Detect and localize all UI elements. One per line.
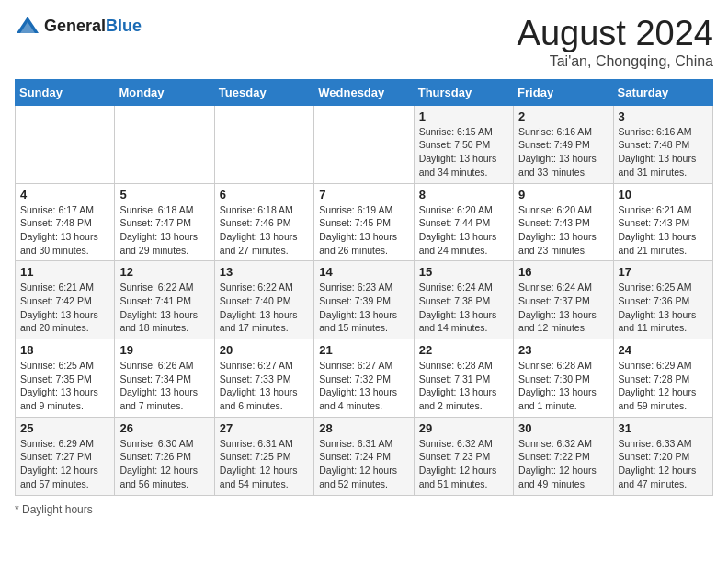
calendar-cell: 12Sunrise: 6:22 AMSunset: 7:41 PMDayligh…	[115, 261, 214, 339]
day-number: 12	[119, 265, 209, 279]
day-number: 8	[419, 188, 508, 201]
logo-general: General	[44, 17, 106, 35]
day-info: Sunrise: 6:26 AMSunset: 7:34 PMDaylight:…	[119, 359, 209, 413]
day-number: 31	[619, 421, 708, 435]
calendar-cell: 15Sunrise: 6:24 AMSunset: 7:38 PMDayligh…	[414, 261, 513, 339]
calendar-cell	[16, 105, 115, 183]
day-info: Sunrise: 6:25 AMSunset: 7:35 PMDaylight:…	[20, 359, 109, 413]
calendar-cell: 30Sunrise: 6:32 AMSunset: 7:22 PMDayligh…	[514, 417, 613, 495]
calendar-week-row: 1Sunrise: 6:15 AMSunset: 7:50 PMDaylight…	[16, 105, 713, 183]
calendar-cell: 26Sunrise: 6:30 AMSunset: 7:26 PMDayligh…	[115, 417, 214, 495]
day-number: 29	[419, 421, 508, 435]
calendar-cell: 21Sunrise: 6:27 AMSunset: 7:32 PMDayligh…	[314, 339, 414, 418]
day-info: Sunrise: 6:22 AMSunset: 7:41 PMDaylight:…	[119, 281, 209, 335]
calendar-cell: 28Sunrise: 6:31 AMSunset: 7:24 PMDayligh…	[314, 417, 414, 495]
day-info: Sunrise: 6:16 AMSunset: 7:48 PMDaylight:…	[619, 125, 708, 179]
calendar-cell: 4Sunrise: 6:17 AMSunset: 7:48 PMDaylight…	[16, 183, 115, 261]
day-info: Sunrise: 6:16 AMSunset: 7:49 PMDaylight:…	[518, 125, 608, 179]
calendar-cell	[214, 105, 313, 183]
day-info: Sunrise: 6:31 AMSunset: 7:25 PMDaylight:…	[220, 437, 309, 491]
day-info: Sunrise: 6:29 AMSunset: 7:27 PMDaylight:…	[20, 437, 109, 491]
col-header-saturday: Saturday	[613, 79, 712, 105]
col-header-wednesday: Wednesday	[314, 79, 414, 105]
day-info: Sunrise: 6:27 AMSunset: 7:32 PMDaylight:…	[319, 359, 408, 413]
calendar-cell: 25Sunrise: 6:29 AMSunset: 7:27 PMDayligh…	[16, 417, 115, 495]
day-number: 9	[518, 188, 608, 201]
day-number: 10	[619, 188, 708, 201]
day-info: Sunrise: 6:24 AMSunset: 7:38 PMDaylight:…	[419, 281, 508, 335]
day-number: 25	[20, 421, 109, 435]
day-number: 7	[319, 188, 408, 201]
page-title: August 2024	[518, 15, 713, 53]
day-number: 16	[518, 265, 608, 279]
calendar-table: SundayMondayTuesdayWednesdayThursdayFrid…	[15, 79, 713, 496]
day-number: 11	[20, 265, 109, 279]
day-info: Sunrise: 6:28 AMSunset: 7:30 PMDaylight:…	[518, 359, 608, 413]
col-header-monday: Monday	[115, 79, 214, 105]
calendar-cell: 11Sunrise: 6:21 AMSunset: 7:42 PMDayligh…	[16, 261, 115, 339]
calendar-cell: 24Sunrise: 6:29 AMSunset: 7:28 PMDayligh…	[613, 339, 712, 418]
day-info: Sunrise: 6:32 AMSunset: 7:22 PMDaylight:…	[518, 437, 608, 491]
day-info: Sunrise: 6:18 AMSunset: 7:47 PMDaylight:…	[119, 203, 209, 258]
calendar-cell: 8Sunrise: 6:20 AMSunset: 7:44 PMDaylight…	[414, 183, 513, 261]
calendar-cell: 7Sunrise: 6:19 AMSunset: 7:45 PMDaylight…	[314, 183, 414, 261]
calendar-cell: 31Sunrise: 6:33 AMSunset: 7:20 PMDayligh…	[613, 417, 712, 495]
day-number: 27	[220, 421, 309, 435]
calendar-cell: 20Sunrise: 6:27 AMSunset: 7:33 PMDayligh…	[214, 339, 313, 418]
title-area: August 2024 Tai'an, Chongqing, China	[518, 15, 713, 70]
calendar-cell: 16Sunrise: 6:24 AMSunset: 7:37 PMDayligh…	[514, 261, 613, 339]
col-header-friday: Friday	[514, 79, 613, 105]
day-number: 23	[518, 343, 608, 357]
calendar-cell: 14Sunrise: 6:23 AMSunset: 7:39 PMDayligh…	[314, 261, 414, 339]
calendar-cell	[115, 105, 214, 183]
logo-blue: Blue	[106, 17, 142, 35]
day-info: Sunrise: 6:29 AMSunset: 7:28 PMDaylight:…	[619, 359, 708, 413]
calendar-cell: 6Sunrise: 6:18 AMSunset: 7:46 PMDaylight…	[214, 183, 313, 261]
day-number: 22	[419, 343, 508, 357]
day-info: Sunrise: 6:18 AMSunset: 7:46 PMDaylight:…	[220, 203, 309, 258]
day-info: Sunrise: 6:17 AMSunset: 7:48 PMDaylight:…	[20, 203, 109, 258]
calendar-cell: 13Sunrise: 6:22 AMSunset: 7:40 PMDayligh…	[214, 261, 313, 339]
day-info: Sunrise: 6:21 AMSunset: 7:42 PMDaylight:…	[20, 281, 109, 335]
day-number: 30	[518, 421, 608, 435]
calendar-cell: 9Sunrise: 6:20 AMSunset: 7:43 PMDaylight…	[514, 183, 613, 261]
calendar-cell: 23Sunrise: 6:28 AMSunset: 7:30 PMDayligh…	[514, 339, 613, 418]
header: GeneralBlue August 2024 Tai'an, Chongqin…	[15, 15, 713, 70]
calendar-week-row: 18Sunrise: 6:25 AMSunset: 7:35 PMDayligh…	[16, 339, 713, 418]
day-number: 13	[220, 265, 309, 279]
day-number: 20	[220, 343, 309, 357]
day-number: 4	[20, 188, 109, 201]
day-number: 18	[20, 343, 109, 357]
footer-note: * Daylight hours	[15, 503, 713, 516]
day-number: 24	[619, 343, 708, 357]
day-info: Sunrise: 6:23 AMSunset: 7:39 PMDaylight:…	[319, 281, 408, 335]
day-info: Sunrise: 6:30 AMSunset: 7:26 PMDaylight:…	[119, 437, 209, 491]
calendar-cell: 19Sunrise: 6:26 AMSunset: 7:34 PMDayligh…	[115, 339, 214, 418]
calendar-cell: 18Sunrise: 6:25 AMSunset: 7:35 PMDayligh…	[16, 339, 115, 418]
calendar-cell: 3Sunrise: 6:16 AMSunset: 7:48 PMDaylight…	[613, 105, 712, 183]
calendar-cell: 2Sunrise: 6:16 AMSunset: 7:49 PMDaylight…	[514, 105, 613, 183]
day-info: Sunrise: 6:32 AMSunset: 7:23 PMDaylight:…	[419, 437, 508, 491]
calendar-header-row: SundayMondayTuesdayWednesdayThursdayFrid…	[16, 79, 713, 105]
logo: GeneralBlue	[15, 15, 142, 37]
day-number: 17	[619, 265, 708, 279]
calendar-cell	[314, 105, 414, 183]
calendar-cell: 22Sunrise: 6:28 AMSunset: 7:31 PMDayligh…	[414, 339, 513, 418]
calendar-week-row: 25Sunrise: 6:29 AMSunset: 7:27 PMDayligh…	[16, 417, 713, 495]
day-info: Sunrise: 6:22 AMSunset: 7:40 PMDaylight:…	[220, 281, 309, 335]
day-info: Sunrise: 6:20 AMSunset: 7:44 PMDaylight:…	[419, 203, 508, 258]
calendar-cell: 27Sunrise: 6:31 AMSunset: 7:25 PMDayligh…	[214, 417, 313, 495]
day-info: Sunrise: 6:21 AMSunset: 7:43 PMDaylight:…	[619, 203, 708, 258]
day-number: 1	[419, 109, 508, 123]
day-number: 2	[518, 109, 608, 123]
logo-icon	[15, 15, 40, 37]
day-number: 21	[319, 343, 408, 357]
calendar-cell: 5Sunrise: 6:18 AMSunset: 7:47 PMDaylight…	[115, 183, 214, 261]
day-number: 28	[319, 421, 408, 435]
day-info: Sunrise: 6:20 AMSunset: 7:43 PMDaylight:…	[518, 203, 608, 258]
day-info: Sunrise: 6:25 AMSunset: 7:36 PMDaylight:…	[619, 281, 708, 335]
day-info: Sunrise: 6:24 AMSunset: 7:37 PMDaylight:…	[518, 281, 608, 335]
calendar-week-row: 4Sunrise: 6:17 AMSunset: 7:48 PMDaylight…	[16, 183, 713, 261]
day-info: Sunrise: 6:28 AMSunset: 7:31 PMDaylight:…	[419, 359, 508, 413]
day-info: Sunrise: 6:15 AMSunset: 7:50 PMDaylight:…	[419, 125, 508, 179]
